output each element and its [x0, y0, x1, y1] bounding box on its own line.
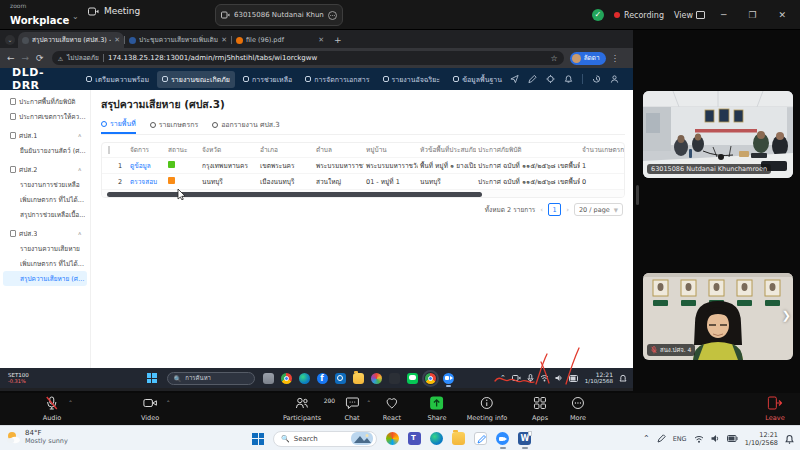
app-dark-icon[interactable] [389, 373, 400, 384]
video-tile-meeting-room[interactable]: 63015086 Nutdanai Khunchamroen [643, 91, 793, 178]
sidebar-item[interactable]: รายงานความเสียหาย [3, 241, 87, 256]
nav-item[interactable]: รายงานขณะเกิดภัย [157, 71, 235, 88]
chrome-icon[interactable] [281, 373, 292, 384]
start-button[interactable] [147, 373, 157, 383]
tab-meeting[interactable]: Meeting [88, 6, 140, 16]
row-action-link[interactable]: ดูข้อมูล [130, 162, 151, 170]
history-icon[interactable] [592, 74, 601, 84]
tray-battery-icon[interactable] [569, 375, 579, 382]
edge-icon[interactable] [430, 432, 443, 445]
video-tile-speaker[interactable]: สนง.ปศจ. 4 ❯ [643, 273, 793, 360]
zoom-app-icon[interactable] [443, 373, 454, 384]
pen-app-icon[interactable] [474, 432, 487, 445]
clock[interactable]: 12:21 1/10/2568 [745, 431, 778, 447]
tray-wifi-icon[interactable] [540, 374, 549, 382]
tray-mic-icon[interactable] [527, 374, 534, 383]
copilot-icon[interactable] [386, 432, 399, 445]
tab-close-icon[interactable]: ✕ [221, 36, 227, 44]
zoom-more-button[interactable]: More [570, 396, 586, 422]
tab-close-icon[interactable]: ✕ [114, 36, 120, 44]
search-highlight-image[interactable] [351, 432, 373, 445]
folder-icon[interactable] [452, 432, 465, 445]
workspace-chevron-icon[interactable]: ⌄ [72, 12, 79, 21]
stock-ticker-widget[interactable]: SET100 -0.31% [8, 372, 29, 384]
sidebar-item[interactable]: ศปส.3∧ [3, 226, 87, 241]
content-tab[interactable]: ออกรายงาน ศปส.3 [212, 118, 280, 134]
user-icon[interactable] [610, 74, 619, 84]
sidebar-item[interactable]: สรุปความเสียหาย (ศป... [3, 271, 87, 286]
url-text[interactable]: 174.138.25.128:13001/admin/rmj5hhstihl/t… [108, 54, 547, 62]
chevron-up-icon[interactable]: ˄ [69, 400, 73, 408]
edit-icon[interactable] [528, 74, 537, 84]
tray-chevron-icon[interactable]: ⌃ [643, 434, 650, 443]
line-icon[interactable] [407, 373, 418, 384]
tray-notification-icon[interactable] [619, 374, 627, 383]
recording-indicator[interactable]: Recording [614, 11, 664, 20]
bookmark-star-icon[interactable]: ☆ [550, 54, 557, 63]
table-row[interactable]: 2ตรวจสอบนนทบุรีเมืองนนทบุรีสวนใหญ่01 - ห… [102, 173, 624, 189]
notification-bell-icon[interactable] [785, 434, 794, 444]
restore-button[interactable]: ❐ [742, 10, 762, 20]
nav-item[interactable]: รายงานอัจฉริยะ [378, 71, 446, 88]
forward-icon[interactable]: → [22, 53, 30, 63]
sidebar-item[interactable]: ศปส.1∧ [3, 128, 87, 143]
battery-icon[interactable] [727, 435, 738, 442]
tray-clock[interactable]: 12:21 1/10/2568 [585, 371, 613, 385]
sidebar-item[interactable]: รายงานการช่วยเหลือ [3, 177, 87, 192]
start-button[interactable] [252, 433, 264, 445]
zoom-participants-button[interactable]: Participants200˄ [283, 396, 321, 422]
bell-icon[interactable] [564, 74, 573, 84]
wifi-icon[interactable] [694, 435, 704, 443]
sidebar-item[interactable]: ประกาศพื้นที่ภัยพิบัติ [3, 94, 87, 109]
zoom-apps-button[interactable]: Apps [532, 396, 548, 422]
teams-icon[interactable]: T [408, 432, 421, 445]
reload-icon[interactable]: ⟳ [36, 53, 44, 63]
zoom-chat-button[interactable]: Chat˄ [344, 396, 359, 422]
facebook-icon[interactable]: f [317, 373, 328, 384]
word-icon[interactable]: W [518, 432, 531, 445]
meeting-options-icon[interactable] [328, 11, 337, 20]
nav-item[interactable]: ข้อมูลพื้นฐาน [448, 71, 507, 88]
browser-tab[interactable]: สรุปความเสียหาย (ศปส.3) - DLD-D✕ [18, 32, 124, 48]
folder-icon[interactable] [353, 373, 364, 384]
browser-tab[interactable]: ประชุมความเสียหายเพิ่มเติม.docx✕ [125, 32, 231, 48]
nav-item[interactable]: การจัดการเอกสาร [300, 71, 374, 88]
video-strip-scrollbar[interactable] [636, 185, 639, 205]
pen-input-icon[interactable] [657, 434, 666, 443]
zoom-react-button[interactable]: React [383, 396, 401, 422]
back-icon[interactable]: ← [7, 53, 15, 63]
zoom-video-button[interactable]: Video˄ [141, 396, 159, 422]
zoom-meeting-info-button[interactable]: Meeting info [467, 396, 507, 422]
task-view-icon[interactable] [263, 373, 274, 384]
zoom-audio-button[interactable]: Audio˄ [43, 396, 61, 422]
nav-item[interactable]: เตรียมความพร้อม [81, 71, 154, 88]
send-icon[interactable] [510, 74, 519, 84]
prev-page-icon[interactable]: ‹ [540, 206, 543, 214]
sidebar-item[interactable]: เพิ่มเกษตรกร ที่ไม่ได้... [3, 256, 87, 271]
tray-camera-icon[interactable] [512, 374, 521, 382]
chevron-up-icon[interactable]: ˄ [167, 400, 171, 408]
search-box[interactable]: 🔍 Search [273, 431, 377, 447]
sidebar-item[interactable]: ประกาศเขตการให้ควา... [3, 109, 87, 124]
volume-icon[interactable] [711, 434, 720, 443]
page-number[interactable]: 1 [548, 203, 561, 216]
sidebar-item[interactable]: ศปส.2∧ [3, 162, 87, 177]
chevron-up-icon[interactable]: ˄ [329, 400, 333, 408]
new-tab-icon[interactable]: + [334, 35, 342, 45]
content-tab[interactable]: รายเกษตรกร [150, 118, 198, 134]
photos-icon[interactable] [371, 373, 382, 384]
sidebar-item[interactable]: เพิ่มเกษตรกร ที่ไม่ได้... [3, 192, 87, 207]
outlook-icon[interactable] [335, 373, 346, 384]
zoom-app-icon[interactable] [496, 432, 509, 445]
header-checkbox[interactable] [108, 146, 110, 154]
not-secure-icon[interactable]: ⚠ [58, 55, 63, 62]
minimize-button[interactable]: ─ [715, 10, 732, 20]
chevron-up-icon[interactable]: ˄ [367, 400, 371, 408]
sidebar-item[interactable]: ยืนยันรายงานสัตว์ (ศป... [3, 143, 87, 158]
zoom-share-button[interactable]: Share [428, 396, 447, 422]
address-bar[interactable]: ⚠ ไม่ปลอดภัย 174.138.25.128:13001/admin/… [52, 51, 564, 65]
tray-volume-icon[interactable] [555, 374, 563, 382]
page-size-select[interactable]: 20 / page ▼ [574, 203, 623, 216]
settings-icon[interactable] [546, 74, 555, 84]
weather-widget[interactable]: 84°F Mostly sunny [6, 429, 68, 445]
